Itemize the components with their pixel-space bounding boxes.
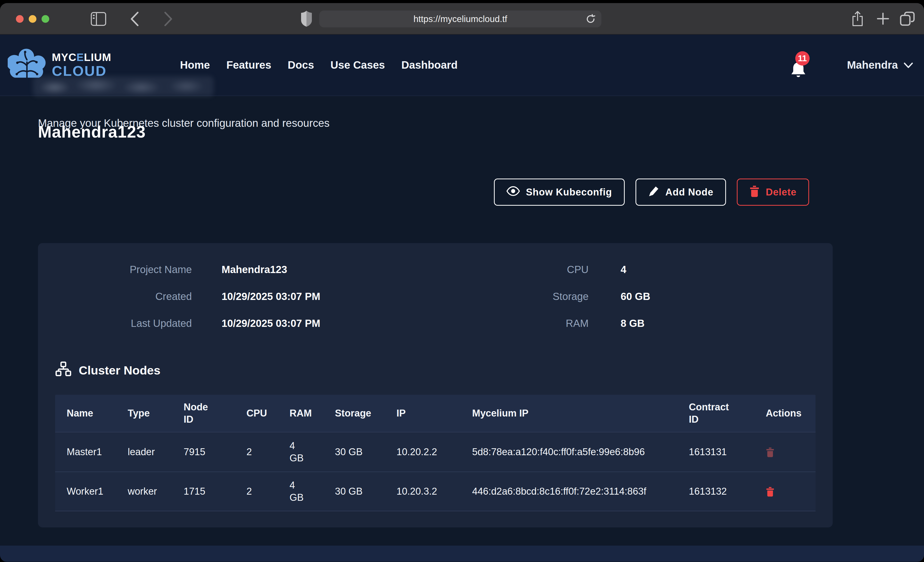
nav-link-home[interactable]: Home (180, 59, 210, 71)
col-actions: Actions (754, 395, 816, 432)
cell-node-id: 1715 (172, 472, 235, 511)
nav-link-use-cases[interactable]: Use Cases (331, 59, 385, 71)
col-mycelium-ip: Mycelium IP (460, 395, 677, 432)
col-contract-id: Contract ID (677, 395, 754, 432)
zoom-window-button[interactable] (42, 15, 49, 23)
nav-link-dashboard[interactable]: Dashboard (401, 59, 458, 71)
cluster-table-body: Master1 leader 7915 2 4 GB 30 GB 10.20.2… (55, 432, 816, 511)
cell-ram: 4 GB (278, 432, 323, 472)
nav-link-docs[interactable]: Docs (288, 59, 314, 71)
col-cpu: CPU (235, 395, 278, 432)
cell-name: Worker1 (55, 472, 116, 511)
cell-name: Master1 (55, 432, 116, 472)
ram-label: RAM (474, 318, 588, 329)
nav-links: Home Features Docs Use Cases Dashboard (180, 59, 458, 71)
notification-badge: 11 (795, 51, 810, 66)
cluster-nodes-table: Name Type Node ID CPU RAM Storage IP Myc… (55, 395, 816, 511)
col-name: Name (55, 395, 116, 432)
cell-node-id: 7915 (172, 432, 235, 472)
created-value: 10/29/2025 03:07 PM (222, 291, 320, 302)
address-bar[interactable]: https://myceliumcloud.tf (319, 10, 602, 27)
cell-cpu: 2 (235, 472, 278, 511)
delete-node-button[interactable] (766, 486, 774, 497)
cell-mycelium-ip: 446:d2a6:8bcd:8c16:ff0f:72e2:3114:863f (460, 472, 677, 511)
delete-cluster-button[interactable]: Delete (737, 179, 809, 206)
storage-value: 60 GB (621, 291, 650, 302)
ram-value: 8 GB (621, 318, 645, 329)
pencil-icon (648, 185, 659, 200)
notifications-button[interactable]: 11 (788, 52, 808, 78)
col-ip: IP (385, 395, 460, 432)
project-name-label: Project Name (38, 264, 192, 275)
cell-contract-id: 1613131 (677, 432, 754, 472)
col-ram: RAM (278, 395, 323, 432)
footer-strip (0, 546, 924, 562)
trash-icon (766, 494, 774, 498)
new-tab-icon[interactable] (876, 12, 890, 26)
project-name-value: Mahendra123 (222, 264, 287, 275)
tab-overview-icon[interactable] (900, 11, 915, 28)
cluster-actions: Show Kubeconfig Add Node (38, 179, 809, 206)
cell-storage: 30 GB (323, 432, 385, 472)
add-node-button[interactable]: Add Node (636, 179, 726, 206)
page-subtitle: Manage your Kubernetes cluster configura… (38, 117, 833, 129)
delete-node-button[interactable] (766, 447, 774, 457)
reload-icon[interactable] (585, 14, 596, 25)
cell-type: worker (116, 472, 172, 511)
main-content: Manage your Kubernetes cluster configura… (38, 117, 833, 528)
back-icon[interactable] (129, 11, 140, 28)
user-menu[interactable]: Mahendra (847, 59, 913, 71)
user-name: Mahendra (847, 59, 898, 71)
created-label: Created (38, 291, 192, 302)
last-updated-label: Last Updated (38, 318, 192, 329)
cell-storage: 30 GB (323, 472, 385, 511)
minimize-window-button[interactable] (29, 15, 36, 23)
table-header-row: Name Type Node ID CPU RAM Storage IP Myc… (55, 395, 816, 432)
col-storage: Storage (323, 395, 385, 432)
close-window-button[interactable] (16, 15, 24, 23)
cpu-value: 4 (621, 264, 626, 275)
show-kubeconfig-button[interactable]: Show Kubeconfig (494, 179, 625, 206)
cell-actions (754, 472, 816, 511)
brand-wordmark: MYCELIUM CLOUD (52, 52, 111, 78)
browser-toolbar: https://myceliumcloud.tf (0, 3, 924, 34)
sidebar-toggle-icon[interactable] (90, 12, 106, 27)
site-viewport: Mahendra123 (0, 34, 924, 562)
table-row: Master1 leader 7915 2 4 GB 30 GB 10.20.2… (55, 432, 816, 472)
url-text: https://myceliumcloud.tf (413, 14, 507, 24)
trash-icon (749, 185, 760, 199)
cluster-info-right: CPU 4 Storage 60 GB RAM 8 GB (474, 264, 650, 345)
privacy-shield-icon[interactable] (301, 10, 312, 28)
forward-icon[interactable] (163, 11, 173, 28)
cluster-info-left: Project Name Mahendra123 Created 10/29/2… (38, 264, 320, 345)
cell-ip: 10.20.2.2 (385, 432, 460, 472)
cell-type: leader (116, 432, 172, 472)
cell-contract-id: 1613132 (677, 472, 754, 511)
cell-mycelium-ip: 5d8:78ea:a120:f40c:ff0f:a5fe:99e6:8b96 (460, 432, 677, 472)
cluster-overview-card: Project Name Mahendra123 Created 10/29/2… (38, 243, 833, 528)
trash-icon (766, 454, 774, 458)
cell-actions (754, 432, 816, 472)
storage-label: Storage (474, 291, 588, 302)
privacy-blur-patch (33, 76, 214, 97)
cell-ram: 4 GB (278, 472, 323, 511)
cluster-nodes-icon (55, 362, 72, 379)
brand-e-bars: E (76, 51, 84, 63)
col-type: Type (116, 395, 172, 432)
eye-icon (507, 186, 520, 199)
last-updated-value: 10/29/2025 03:07 PM (222, 318, 320, 329)
chevron-down-icon (903, 59, 913, 71)
browser-window: https://myceliumcloud.tf (0, 3, 924, 562)
cell-ip: 10.20.3.2 (385, 472, 460, 511)
share-icon[interactable] (851, 10, 864, 28)
table-row: Worker1 worker 1715 2 4 GB 30 GB 10.20.3… (55, 472, 816, 511)
cpu-label: CPU (474, 264, 588, 275)
nav-link-features[interactable]: Features (226, 59, 272, 71)
site-navbar: MYCELIUM CLOUD Home Features Docs Use Ca… (0, 34, 924, 96)
cluster-nodes-heading: Cluster Nodes (55, 362, 160, 379)
col-node-id: Node ID (172, 395, 235, 432)
traffic-lights (16, 15, 49, 23)
cell-cpu: 2 (235, 432, 278, 472)
